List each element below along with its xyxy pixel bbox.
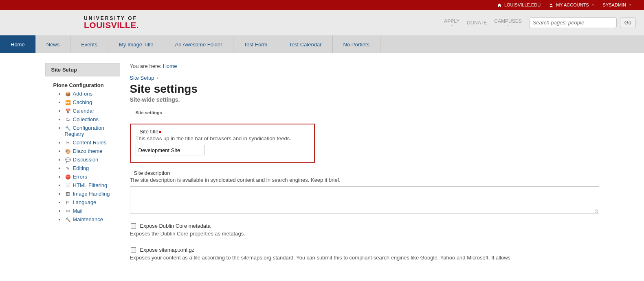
louisville-link[interactable]: LOUISVILLE.EDU — [497, 2, 541, 7]
chevron-down-icon: ▼ — [507, 24, 510, 27]
donate-label: DONATE — [467, 20, 487, 26]
sidebar-link[interactable]: Caching — [73, 99, 92, 105]
sidebar-item-discussion[interactable]: 💬Discussion — [65, 157, 120, 163]
nav-tab-my-image-title[interactable]: My Image Title — [108, 35, 165, 53]
sitemap-field-group: Expose sitemap.xml.gz Exposes your conte… — [130, 247, 599, 262]
sidebar-item-html-filtering[interactable]: 📄HTML Filtering — [65, 182, 120, 188]
sitemap-label: Expose sitemap.xml.gz — [140, 247, 195, 253]
html-filtering-icon: 📄 — [65, 183, 71, 188]
content-rules-icon: ✂ — [65, 140, 71, 146]
sidebar-item-language[interactable]: 🏳Language — [65, 199, 120, 205]
sidebar-link[interactable]: Maintenance — [73, 216, 103, 222]
discussion-icon: 💬 — [65, 157, 71, 163]
sidebar-item-errors[interactable]: ⛔Errors — [65, 174, 120, 180]
nav-tab-an-awesome-folder[interactable]: An Awesome Folder — [164, 35, 233, 53]
sidebar-link-sub: Registry — [65, 131, 120, 137]
page-subtitle: Site-wide settings. — [130, 96, 599, 103]
site-setup-link[interactable]: Site Setup — [130, 75, 154, 81]
add-ons-icon: 📦 — [65, 91, 71, 97]
dublin-core-help: Exposes the Dublin Core properties as me… — [130, 230, 599, 238]
sidebar-item-content-rules[interactable]: ✂Content Rules — [65, 139, 120, 146]
main-nav: HomeNewsEventsMy Image TitleAn Awesome F… — [0, 35, 644, 53]
nav-tab-test-calendar[interactable]: Test Calendar — [278, 35, 332, 53]
sidebar-link[interactable]: Image Handling — [73, 191, 110, 197]
sidebar-link[interactable]: Mail — [73, 208, 83, 214]
sidebar-link[interactable]: Add-ons — [73, 91, 92, 97]
site-title-label: Site title — [140, 129, 158, 135]
site-title-input[interactable] — [136, 145, 205, 155]
sidebar-link[interactable]: Editing — [73, 165, 89, 171]
sidebar-item-maintenance[interactable]: 🔨Maintenance — [65, 216, 120, 222]
donate-link[interactable]: DONATE — [467, 20, 487, 26]
louisville-label: LOUISVILLE.EDU — [504, 2, 541, 7]
setup-path: Site Setup › — [130, 75, 599, 81]
chevron-down-icon: ▼ — [629, 3, 632, 7]
nav-tab-news[interactable]: News — [36, 35, 71, 53]
sidebar-item-collections[interactable]: 🗂Collections — [65, 116, 120, 122]
required-indicator-icon — [159, 131, 161, 133]
sidebar-item-add-ons[interactable]: 📦Add-ons — [65, 91, 120, 97]
site-header: UNIVERSITY OF LOUISVILLE. APPLY▼ DONATE … — [0, 10, 644, 35]
diazo-theme-icon: 🎨 — [65, 149, 71, 154]
collections-icon: 🗂 — [65, 117, 71, 122]
sidebar-header: Site Setup — [45, 63, 120, 76]
main-content: You are here: Home Site Setup › Site set… — [130, 63, 599, 261]
sidebar-link[interactable]: Configuration — [73, 125, 104, 131]
sidebar-link[interactable]: HTML Filtering — [73, 182, 108, 188]
site-logo[interactable]: UNIVERSITY OF LOUISVILLE. — [84, 16, 139, 29]
sidebar-item-editing[interactable]: ✎Editing — [65, 165, 120, 171]
nav-tab-no-portlets[interactable]: No Portlets — [333, 35, 380, 53]
apply-label: APPLY — [444, 18, 459, 24]
sidebar-item-diazo-theme[interactable]: 🎨Diazo theme — [65, 148, 120, 154]
chevron-down-icon: ▼ — [451, 24, 453, 27]
sidebar-link[interactable]: Collections — [73, 116, 99, 122]
site-description-textarea[interactable] — [130, 186, 599, 214]
sidebar-link[interactable]: Errors — [73, 174, 87, 180]
section-divider — [130, 116, 599, 116]
search-go-button[interactable]: Go — [620, 17, 636, 28]
campuses-label: CAMPUSES — [494, 18, 521, 24]
breadcrumb: You are here: Home — [130, 63, 599, 69]
my-accounts-menu[interactable]: MY ACCOUNTS ▼ — [549, 2, 594, 7]
breadcrumb-prefix: You are here: — [130, 63, 162, 69]
nav-tab-test-form[interactable]: Test Form — [233, 35, 279, 53]
page-title: Site settings — [130, 83, 599, 96]
nav-tab-events[interactable]: Events — [70, 35, 108, 53]
caching-icon: ⏩ — [65, 100, 71, 105]
nav-tab-home[interactable]: Home — [0, 35, 36, 53]
sidebar-link[interactable]: Diazo theme — [73, 148, 103, 154]
calendar-icon: 📅 — [65, 109, 71, 114]
top-utility-bar: LOUISVILLE.EDU MY ACCOUNTS ▼ SYSADMIN ▼ — [0, 0, 644, 10]
sitemap-help: Exposes your content as a file according… — [130, 254, 599, 262]
sidebar-item-image-handling[interactable]: 🖼Image Handling — [65, 191, 120, 197]
svg-point-0 — [550, 4, 552, 5]
header-actions: APPLY▼ DONATE CAMPUSES▼ Go — [444, 17, 636, 28]
sidebar-item-caching[interactable]: ⏩Caching — [65, 99, 120, 105]
configuration-registry-icon: 🔧 — [65, 126, 71, 131]
sidebar-link[interactable]: Content Rules — [73, 139, 106, 146]
sidebar-item-mail[interactable]: ✉Mail — [65, 208, 120, 214]
site-title-help: This shows up in the title bar of browse… — [136, 135, 309, 142]
sidebar-list: 📦Add-ons⏩Caching📅Calendar🗂Collections🔧Co… — [65, 91, 120, 222]
sidebar: Site Setup Plone Configuration 📦Add-ons⏩… — [45, 63, 120, 261]
sidebar-item-configuration-registry[interactable]: 🔧ConfigurationRegistry — [65, 125, 120, 137]
mail-icon: ✉ — [65, 209, 71, 214]
sitemap-checkbox[interactable] — [131, 247, 136, 253]
dublin-core-label: Expose Dublin Core metadata — [140, 223, 211, 229]
editing-icon: ✎ — [65, 166, 71, 171]
breadcrumb-home-link[interactable]: Home — [163, 63, 177, 69]
apply-link[interactable]: APPLY▼ — [444, 18, 459, 27]
caret-icon: › — [156, 75, 158, 81]
campuses-link[interactable]: CAMPUSES▼ — [494, 18, 521, 27]
sidebar-link[interactable]: Discussion — [73, 157, 99, 163]
dublin-core-field-group: Expose Dublin Core metadata Exposes the … — [130, 223, 599, 238]
sysadmin-menu[interactable]: SYSADMIN ▼ — [603, 2, 632, 7]
errors-icon: ⛔ — [65, 174, 71, 180]
sidebar-item-calendar[interactable]: 📅Calendar — [65, 108, 120, 114]
my-accounts-label: MY ACCOUNTS — [556, 2, 589, 7]
sidebar-link[interactable]: Calendar — [73, 108, 95, 114]
chevron-down-icon: ▼ — [591, 3, 595, 7]
sidebar-link[interactable]: Language — [73, 199, 97, 205]
search-input[interactable] — [529, 17, 617, 28]
dublin-core-checkbox[interactable] — [131, 223, 136, 229]
